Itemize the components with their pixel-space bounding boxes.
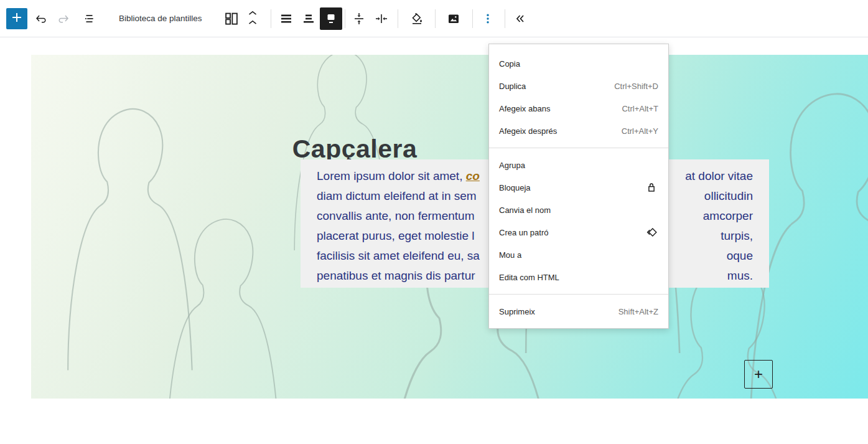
align-center-button[interactable] [297, 7, 320, 30]
horizontal-spacing-button[interactable] [370, 7, 393, 30]
collapse-toolbar-button[interactable] [509, 7, 531, 30]
chevron-down-icon [246, 19, 259, 30]
paint-bucket-icon [409, 11, 424, 26]
options-menu-button[interactable] [477, 7, 499, 30]
paragraph-text: mus. [727, 266, 753, 286]
menu-item-insert-after[interactable]: Afegeix després Ctrl+Alt+Y [489, 120, 668, 142]
menu-item-copy[interactable]: Copia [489, 52, 668, 75]
menu-item-edit-as-html[interactable]: Edita com HTML [489, 266, 668, 288]
content-position-button[interactable] [320, 7, 342, 30]
paragraph-text: diam dictum eleifend at in sem [317, 186, 477, 206]
menu-item-group[interactable]: Agrupa [489, 154, 668, 176]
block-appender-button[interactable]: + [744, 360, 773, 389]
undo-button[interactable] [30, 7, 52, 30]
toolbar-separator [345, 9, 345, 28]
justify-stretch-button[interactable] [275, 7, 297, 30]
justify-stretch-icon [279, 11, 294, 26]
template-part-block-icon [223, 11, 240, 27]
vertical-spacing-icon [352, 11, 366, 26]
paragraph-text: Lorem ipsum dolor sit amet, [317, 169, 466, 182]
menu-item-rename[interactable]: Canvia el nom [489, 199, 668, 221]
toolbar-separator [271, 9, 271, 28]
cover-block[interactable]: Capçalera Lorem ipsum dolor sit amet, co… [31, 55, 868, 399]
ellipsis-vertical-icon [480, 11, 495, 26]
undo-icon [34, 11, 49, 26]
double-chevron-left-icon [513, 11, 528, 26]
plus-icon [9, 10, 24, 27]
paragraph-text: ollicitudin [704, 186, 753, 206]
inserter-toggle-button[interactable] [6, 8, 27, 29]
redo-button[interactable] [52, 7, 75, 30]
block-mover[interactable] [243, 4, 262, 34]
toolbar-separator [505, 9, 505, 28]
menu-item-delete[interactable]: Suprimeix Shift+Alt+Z [489, 300, 668, 323]
menu-section-clipboard: Copia Duplica Ctrl+Shift+D Afegeix abans… [489, 44, 668, 148]
media-button[interactable] [442, 7, 465, 30]
menu-item-lock[interactable]: Bloqueja [489, 176, 668, 199]
horizontal-spacing-icon [374, 11, 389, 26]
menu-section-block-actions: Agrupa Bloqueja Canvia el nom Crea un pa… [489, 148, 668, 294]
chevron-up-icon [246, 7, 259, 19]
paragraph-text: placerat purus, eget molestie l [317, 226, 474, 246]
paragraph-text: turpis, [721, 226, 753, 246]
background-color-button[interactable] [406, 7, 428, 30]
inline-link[interactable]: co [466, 169, 480, 182]
toolbar-separator [398, 9, 398, 28]
block-switcher-button[interactable] [220, 7, 243, 30]
vertical-spacing-button[interactable] [348, 7, 370, 30]
menu-section-remove: Suprimeix Shift+Alt+Z [489, 294, 668, 328]
toolbar-separator [472, 9, 473, 28]
paragraph-text: oque [727, 246, 753, 266]
menu-item-insert-before[interactable]: Afegeix abans Ctrl+Alt+T [489, 97, 668, 120]
menu-item-duplicate[interactable]: Duplica Ctrl+Shift+D [489, 75, 668, 97]
list-view-icon [83, 11, 98, 26]
template-title: Biblioteca de plantilles [119, 14, 202, 23]
paragraph-text: penatibus et magnis dis partur [317, 266, 475, 286]
editor-toolbar: Biblioteca de plantilles [0, 0, 868, 37]
paragraph-text: at dolor vitae [685, 166, 753, 186]
paragraph-text: convallis ante, non fermentum [317, 206, 474, 226]
paragraph-text: amcorper [703, 206, 753, 226]
document-overview-button[interactable] [79, 7, 101, 30]
paragraph-text: facilisis sit amet eleifend eu, sa [317, 246, 480, 266]
block-options-menu: Copia Duplica Ctrl+Shift+D Afegeix abans… [488, 44, 669, 329]
align-center-icon [301, 11, 316, 26]
redo-icon [56, 11, 71, 26]
content-position-icon [324, 11, 338, 26]
toolbar-separator [435, 9, 436, 28]
menu-item-move-to[interactable]: Mou a [489, 243, 668, 266]
symbol-icon [645, 225, 658, 239]
menu-item-create-pattern[interactable]: Crea un patró [489, 221, 668, 243]
image-icon [446, 11, 461, 26]
lock-icon [645, 181, 658, 194]
block-editor-page: Biblioteca de plantilles [0, 0, 868, 444]
